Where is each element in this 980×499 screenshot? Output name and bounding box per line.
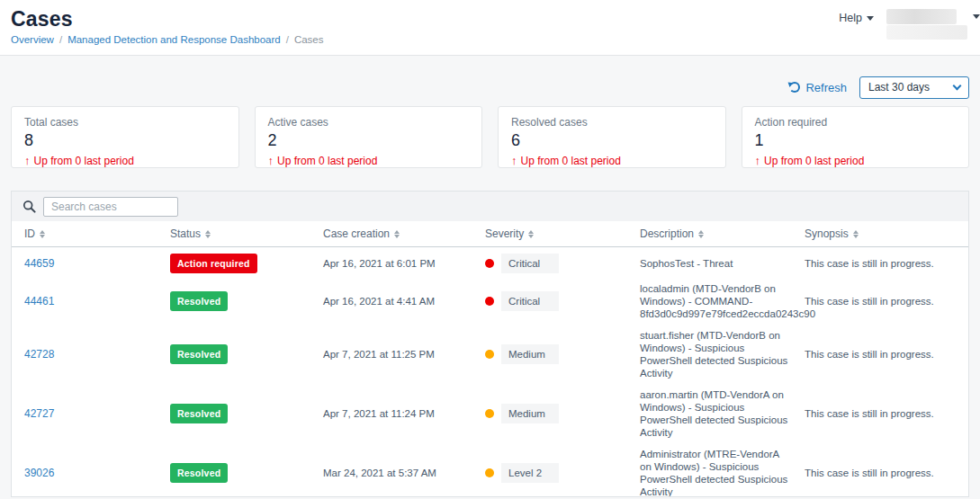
refresh-icon	[789, 82, 800, 93]
caret-down-icon	[973, 14, 980, 19]
stat-trend: ↑Up from 0 last period	[24, 154, 226, 167]
table-row: 44461 Resolved Apr 16, 2021 at 4:41 AM C…	[12, 278, 968, 325]
page-title: Cases	[11, 7, 969, 31]
user-account-redacted	[886, 25, 967, 40]
trend-up-icon: ↑	[511, 154, 517, 167]
case-description: aaron.martin (MTD-VendorA on Windows) - …	[640, 388, 805, 439]
stat-card-total-cases: Total cases 8 ↑Up from 0 last period	[11, 106, 239, 168]
severity-dot-icon	[485, 350, 494, 359]
breadcrumb-current: Cases	[294, 34, 324, 45]
breadcrumb-separator: /	[59, 34, 62, 45]
time-period-select[interactable]: Last 30 days	[859, 76, 969, 99]
severity-dot-icon	[485, 297, 494, 306]
status-badge: Resolved	[170, 291, 228, 311]
column-header-severity[interactable]: Severity	[485, 227, 640, 240]
column-header-synopsis[interactable]: Synopsis	[805, 227, 968, 240]
case-description: Administrator (MTRE-VendorA on Windows) …	[640, 448, 805, 497]
case-creation: Apr 7, 2021 at 11:24 PM	[323, 407, 485, 420]
trend-up-icon: ↑	[755, 154, 761, 167]
help-label: Help	[839, 12, 862, 24]
stat-trend: ↑Up from 0 last period	[268, 154, 470, 167]
sort-icon	[40, 230, 45, 238]
table-header-row: ID Status Case creation Severity Descrip…	[12, 221, 968, 247]
severity-dot-icon	[485, 468, 494, 477]
cases-table: ID Status Case creation Severity Descrip…	[11, 191, 969, 497]
table-row: 44659 Action required Apr 16, 2021 at 6:…	[12, 249, 968, 278]
app-header: Cases Overview / Managed Detection and R…	[0, 0, 980, 56]
help-menu[interactable]: Help	[839, 12, 874, 24]
stat-label: Resolved cases	[511, 116, 713, 129]
stat-label: Total cases	[24, 116, 226, 129]
status-badge: Resolved	[170, 344, 228, 364]
case-creation: Apr 7, 2021 at 11:25 PM	[323, 348, 485, 361]
table-search-row	[12, 192, 968, 221]
user-account-redacted	[886, 9, 957, 24]
stat-value: 2	[268, 131, 470, 150]
search-icon	[22, 200, 36, 213]
case-id-link[interactable]: 39026	[24, 467, 54, 479]
toolbar: Refresh Last 30 days	[11, 76, 969, 99]
sort-icon	[698, 230, 704, 238]
trend-up-icon: ↑	[24, 154, 31, 167]
chevron-down-icon	[953, 81, 962, 90]
case-creation: Apr 16, 2021 at 6:01 PM	[323, 257, 485, 270]
case-id-link[interactable]: 44461	[24, 295, 54, 307]
sort-icon	[528, 230, 534, 238]
sort-icon	[853, 230, 859, 238]
case-synopsis: This case is still in progress.	[805, 407, 968, 420]
status-badge: Action required	[170, 254, 257, 273]
status-badge: Resolved	[170, 463, 228, 483]
table-row: 39026 Resolved Mar 24, 2021 at 5:37 AM L…	[12, 443, 968, 497]
column-header-case-creation[interactable]: Case creation	[323, 227, 485, 240]
severity-label: Critical	[501, 254, 559, 273]
severity-label: Medium	[501, 404, 559, 423]
severity-label: Level 2	[501, 463, 559, 483]
case-synopsis: This case is still in progress.	[805, 257, 968, 270]
stat-card-resolved-cases: Resolved cases 6 ↑Up from 0 last period	[498, 106, 726, 168]
severity-label: Critical	[501, 291, 559, 311]
case-id-link[interactable]: 44659	[24, 257, 54, 270]
case-id-link[interactable]: 42727	[24, 407, 54, 420]
stat-trend: ↑Up from 0 last period	[511, 154, 713, 167]
search-input[interactable]	[43, 197, 178, 217]
time-period-value: Last 30 days	[868, 81, 930, 94]
case-id-link[interactable]: 42728	[24, 348, 54, 361]
column-header-description[interactable]: Description	[640, 227, 805, 240]
column-header-status[interactable]: Status	[170, 227, 323, 240]
case-description: localadmin (MTD-VendorB on Windows) - CO…	[640, 282, 805, 320]
breadcrumb-separator: /	[286, 34, 289, 45]
case-description: SophosTest - Threat	[640, 257, 805, 270]
sort-icon	[394, 230, 400, 238]
stat-card-action-required: Action required 1 ↑Up from 0 last period	[742, 106, 970, 168]
case-creation: Mar 24, 2021 at 5:37 AM	[323, 467, 485, 479]
breadcrumb: Overview / Managed Detection and Respons…	[11, 34, 969, 45]
severity-label: Medium	[501, 344, 559, 364]
stats-row: Total cases 8 ↑Up from 0 last period Act…	[11, 106, 969, 168]
refresh-label: Refresh	[805, 81, 847, 94]
case-creation: Apr 16, 2021 at 4:41 AM	[323, 295, 485, 307]
case-synopsis: This case is still in progress.	[805, 467, 968, 479]
case-synopsis: This case is still in progress.	[805, 348, 968, 361]
stat-label: Action required	[755, 116, 957, 129]
case-synopsis: This case is still in progress.	[805, 295, 968, 307]
trend-up-icon: ↑	[268, 154, 274, 167]
caret-down-icon	[867, 16, 874, 21]
stat-value: 1	[755, 131, 957, 150]
table-row: 42728 Resolved Apr 7, 2021 at 11:25 PM M…	[12, 325, 968, 384]
severity-dot-icon	[485, 409, 494, 418]
refresh-button[interactable]: Refresh	[789, 81, 847, 94]
user-account-menu[interactable]	[886, 9, 969, 40]
column-header-id[interactable]: ID	[12, 227, 170, 240]
severity-dot-icon	[485, 259, 494, 268]
breadcrumb-overview[interactable]: Overview	[11, 34, 54, 45]
table-row: 42727 Resolved Apr 7, 2021 at 11:24 PM M…	[12, 384, 968, 443]
stat-card-active-cases: Active cases 2 ↑Up from 0 last period	[255, 106, 483, 168]
stat-trend: ↑Up from 0 last period	[755, 154, 957, 167]
breadcrumb-mdr-dashboard[interactable]: Managed Detection and Response Dashboard	[67, 34, 281, 45]
stat-value: 6	[511, 131, 713, 150]
case-description: stuart.fisher (MTD-VendorB on Windows) -…	[640, 329, 805, 379]
status-badge: Resolved	[170, 404, 228, 423]
stat-label: Active cases	[268, 116, 470, 129]
sort-icon	[205, 230, 211, 238]
stat-value: 8	[24, 131, 226, 150]
